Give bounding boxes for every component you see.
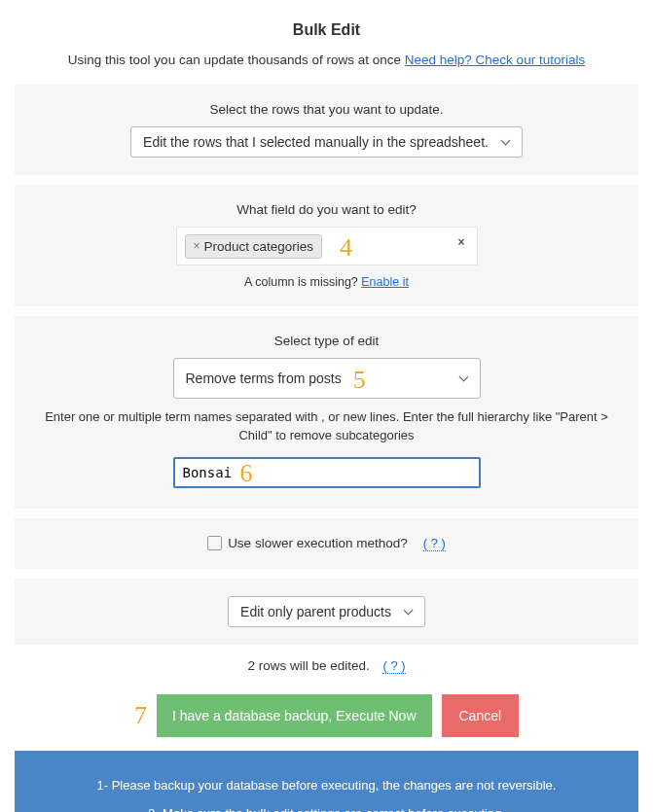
missing-column-hint: A column is missing? Enable it <box>34 275 619 289</box>
subtitle-text: Using this tool you can update thousands… <box>68 53 405 67</box>
parent-select[interactable]: Edit only parent products <box>228 596 425 627</box>
cancel-button[interactable]: Cancel <box>442 694 520 737</box>
action-row: 7 I have a database backup, Execute Now … <box>15 694 638 737</box>
rows-section: Select the rows that you want to update.… <box>15 85 638 175</box>
chip-remove-icon[interactable]: × <box>194 239 200 253</box>
rows-select[interactable]: Edit the rows that I selected manually i… <box>130 126 523 158</box>
tutorials-link[interactable]: Need help? Check our tutorials <box>405 53 585 67</box>
terms-input[interactable]: Bonsai <box>173 457 481 488</box>
edit-type-section: Select type of edit Remove terms from po… <box>15 316 638 509</box>
missing-column-text: A column is missing? <box>244 275 361 289</box>
warning-notice: 1- Please backup your database before ex… <box>15 751 638 812</box>
execute-button[interactable]: I have a database backup, Execute Now <box>157 694 432 737</box>
status-row: 2 rows will be edited. ( ? ) <box>15 658 638 673</box>
chevron-down-icon <box>458 373 468 383</box>
field-section-label: What field do you want to edit? <box>34 202 619 217</box>
field-chip-label: Product categories <box>204 239 314 254</box>
annotation-badge-7: 7 <box>134 703 147 728</box>
slower-label: Use slower execution method? <box>228 536 408 550</box>
status-text: 2 rows will be edited. <box>247 658 369 673</box>
field-section: What field do you want to edit? × Produc… <box>15 185 638 306</box>
page-title: Bulk Edit <box>15 21 638 39</box>
edit-type-desc: Enter one or multiple term names separat… <box>34 408 619 445</box>
field-tag-select[interactable]: × Product categories 4 × <box>176 227 478 265</box>
edit-type-label: Select type of edit <box>34 334 619 348</box>
parent-section: Edit only parent products <box>15 579 638 645</box>
slower-help-link[interactable]: ( ? ) <box>423 536 446 551</box>
annotation-badge-4: 4 <box>340 235 352 261</box>
slower-checkbox[interactable] <box>207 536 222 550</box>
chevron-down-icon <box>500 137 510 147</box>
terms-input-wrap: Bonsai 6 <box>173 457 481 488</box>
enable-column-link[interactable]: Enable it <box>361 275 409 289</box>
slower-section: Use slower execution method? ( ? ) <box>15 518 638 569</box>
notice-line-2: 2- Make sure the bulk edit settings are … <box>44 806 609 812</box>
status-help-link[interactable]: ( ? ) <box>382 658 405 674</box>
chevron-down-icon <box>403 607 413 617</box>
notice-line-1: 1- Please backup your database before ex… <box>44 778 609 793</box>
annotation-badge-5: 5 <box>353 368 366 393</box>
rows-section-label: Select the rows that you want to update. <box>34 102 619 117</box>
clear-field-icon[interactable]: × <box>457 235 464 249</box>
parent-select-value: Edit only parent products <box>240 604 391 619</box>
edit-type-select[interactable]: Remove terms from posts 5 <box>173 358 481 399</box>
subtitle: Using this tool you can update thousands… <box>15 53 638 67</box>
rows-select-value: Edit the rows that I selected manually i… <box>143 134 489 150</box>
field-chip: × Product categories <box>185 234 323 259</box>
edit-type-value: Remove terms from posts <box>186 371 342 386</box>
